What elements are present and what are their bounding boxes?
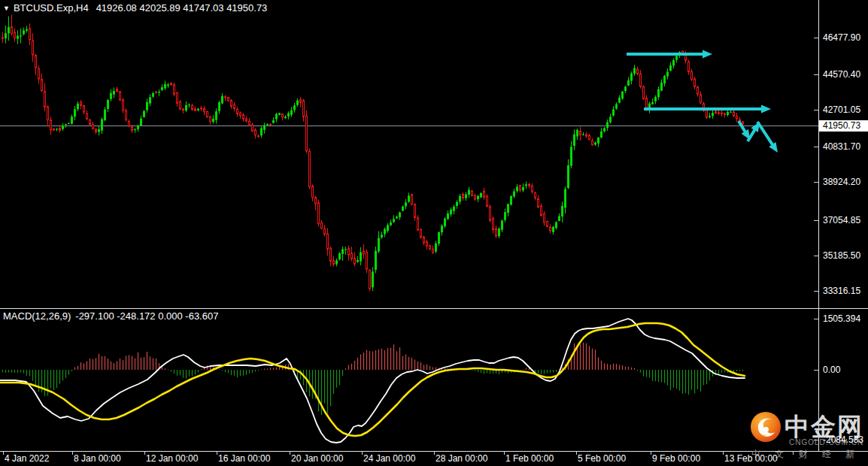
indicator-panel-separator[interactable] [0, 308, 868, 309]
time-axis-tick [576, 452, 577, 455]
time-axis-tick [290, 452, 290, 455]
price-axis-label: 0.00 [823, 365, 840, 375]
time-axis-label: 8 Jan 00:00 [74, 453, 121, 464]
price-axis-label: 42701.05 [823, 104, 860, 115]
mt4-chart-window: ▼BTCUSD.Exp,H441926.08 42025.89 41747.03… [0, 0, 868, 466]
price-axis-label: 44570.40 [823, 69, 860, 80]
price-axis-tick [814, 147, 818, 147]
price-axis-label: 1505.394 [823, 313, 860, 324]
price-axis-tick [814, 291, 818, 292]
time-axis-tick [3, 452, 4, 455]
time-axis-label: 28 Jan 00:00 [436, 453, 487, 464]
ohlc-values: 41926.08 42025.89 41747.03 41950.73 [96, 2, 268, 14]
price-axis-label: 37054.85 [823, 215, 860, 225]
time-axis-tick [144, 452, 145, 455]
price-axis-label: 40831.70 [823, 141, 860, 152]
time-axis-label: 20 Jan 00:00 [291, 453, 343, 464]
price-axis-separator [818, 0, 819, 451]
time-axis-label: 1 Feb 00:00 [505, 453, 554, 464]
price-axis-tick [814, 319, 818, 319]
price-axis-label: -2084.583 [823, 434, 863, 445]
price-axis-label: 33316.15 [823, 286, 860, 296]
time-axis-tick [793, 452, 794, 455]
price-axis-tick [814, 38, 818, 38]
time-axis-label: 13 Feb 00:00 [724, 453, 778, 464]
price-axis-tick [814, 370, 818, 371]
symbol-dropdown-icon[interactable]: ▼ [3, 5, 10, 12]
price-axis-tick [814, 110, 818, 110]
time-axis-tick [217, 452, 217, 455]
time-axis-label: 5 Feb 00:00 [578, 453, 626, 464]
time-axis-label: 9 Feb 00:00 [652, 453, 700, 464]
macd-label: MACD(12,26,9) [3, 310, 71, 322]
macd-indicator-caption: MACD(12,26,9)-297.100 -248.172 0.000 -63… [3, 310, 218, 322]
time-axis-tick [362, 452, 363, 455]
price-axis-tick [814, 440, 818, 440]
symbol-timeframe-label: BTCUSD.Exp,H4 [14, 2, 89, 14]
current-price-tag: 41950.73 [819, 120, 868, 132]
time-axis-tick [504, 452, 505, 455]
macd-values: -297.100 -248.172 0.000 -63.607 [75, 310, 218, 322]
time-axis-tick [434, 452, 435, 455]
price-axis-label: 38924.20 [823, 177, 860, 187]
price-axis-tick [814, 256, 818, 256]
candlestick-chart-canvas[interactable] [0, 0, 868, 466]
price-axis-label: 46477.90 [823, 32, 860, 43]
time-axis-label: 4 Jan 2022 [5, 453, 49, 464]
time-axis-label: 12 Jan 00:00 [146, 453, 198, 464]
time-axis-label: 16 Jan 00:00 [218, 453, 270, 464]
time-axis-label: 24 Jan 00:00 [363, 453, 415, 464]
time-axis-tick [723, 452, 724, 455]
price-axis-tick [814, 220, 818, 221]
chart-title: ▼BTCUSD.Exp,H441926.08 42025.89 41747.03… [3, 2, 267, 14]
price-axis-tick [814, 182, 818, 183]
time-axis-tick [651, 452, 651, 455]
price-axis-label: 35185.50 [823, 250, 860, 261]
price-axis-tick [814, 74, 818, 75]
time-axis-tick [72, 452, 73, 455]
